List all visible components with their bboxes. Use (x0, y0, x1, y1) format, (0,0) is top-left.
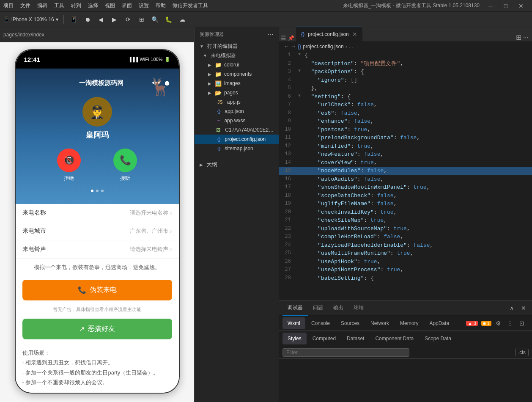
sub-tab-scope-data-label: Scope Data (425, 336, 451, 341)
tab-problems[interactable]: 问题 (308, 301, 328, 316)
menu-item-help[interactable]: 帮助 (156, 2, 166, 9)
menu-item-tools[interactable]: 工具 (54, 2, 64, 9)
sub-tab-dataset[interactable]: Dataset (342, 333, 369, 344)
code-line-15: 15 "nodeModules": false, (279, 167, 532, 175)
code-view[interactable]: 1 ▼ { 2 "description": "项目配置文件", 3 ▼ "pa… (279, 51, 532, 300)
file-app-wxss[interactable]: ~ app.wxss (195, 116, 279, 125)
line-number: 2 (279, 60, 296, 68)
tab-debugger[interactable]: 调试器 (282, 301, 308, 316)
folder-colorui[interactable]: ▶ 📁 colorui (195, 60, 279, 69)
open-editors-section[interactable]: ▼ 打开的编辑器 (195, 41, 279, 51)
folder-images[interactable]: ▶ 🖼️ images (195, 79, 279, 88)
tab-output-label: 输出 (333, 304, 343, 311)
fold-icon[interactable]: ▼ (296, 93, 303, 101)
decline-action[interactable]: 📵 拒绝 (57, 149, 81, 182)
devtools-tab-console[interactable]: Console (306, 317, 335, 329)
prank-label: 恶搞好友 (88, 325, 115, 333)
field-city[interactable]: 来电城市 广东省、广州市 › (16, 222, 179, 240)
devtools-tab-appdata[interactable]: AppData (424, 317, 454, 329)
cloud-icon[interactable]: ☁ (177, 14, 187, 25)
fold-icon (296, 175, 303, 184)
accept-button[interactable]: 📞 (113, 149, 137, 172)
menu-item-settings[interactable]: 设置 (139, 2, 149, 9)
folder-pages[interactable]: ▶ 📂 pages (195, 88, 279, 97)
minimize-button[interactable]: ─ (483, 0, 498, 12)
close-panel-button[interactable]: ✕ (518, 303, 529, 313)
menu-item-interface[interactable]: 界面 (122, 2, 132, 9)
fake-call-button[interactable]: 📞 伪装来电 (22, 280, 172, 300)
tab-terminal[interactable]: 终端 (348, 301, 369, 316)
menu-item-goto[interactable]: 转到 (71, 2, 81, 9)
back-icon[interactable]: ◀ (96, 14, 106, 25)
explorer-more-icon[interactable]: ··· (267, 30, 274, 38)
field-ringtone[interactable]: 来电铃声 请选择来电铃声 › (16, 240, 179, 259)
settings-icon[interactable]: ⚙ (493, 318, 503, 328)
menu-bar: 项目 文件 编辑 工具 转到 选择 视图 界面 设置 帮助 微信开发者工具 来电… (0, 0, 532, 12)
fold-icon[interactable]: ▼ (296, 51, 303, 60)
cls-button[interactable]: .cls (515, 349, 529, 356)
file-c17[interactable]: 🖼 C17AA740AD01E2BFA7... (195, 125, 279, 135)
fold-icon (296, 167, 303, 175)
pin-icon: 📌 (288, 35, 294, 41)
filter-input[interactable] (282, 348, 409, 357)
menu-item-select[interactable]: 选择 (88, 2, 98, 9)
devtools-tab-memory[interactable]: Memory (395, 317, 423, 329)
folder-components[interactable]: ▶ 📁 components (195, 69, 279, 79)
dot-2 (96, 190, 99, 192)
tab-debugger-label: 调试器 (288, 304, 303, 311)
forward-icon[interactable]: ▶ (110, 14, 120, 25)
file-app-json[interactable]: {} app.json (195, 107, 279, 116)
devtools-tab-sources[interactable]: Sources (336, 317, 365, 329)
close-button[interactable]: ✕ (513, 0, 529, 12)
qr-icon[interactable]: ⊞ (137, 14, 147, 25)
sub-tab-component-data[interactable]: Component Data (370, 333, 419, 344)
menu-item-view[interactable]: 视图 (105, 2, 115, 9)
maximize-button[interactable]: □ (498, 0, 513, 12)
phone-icon[interactable]: 📱 (69, 14, 79, 25)
sub-tab-scope-data[interactable]: Scope Data (420, 333, 456, 344)
tab-close-icon[interactable]: ✕ (352, 31, 357, 38)
code-line-17: 17 "showShadowRootInWxmlPanel": true, (279, 183, 532, 192)
file-sitemap-json[interactable]: {} sitemap.json (195, 144, 279, 153)
debug-icon[interactable]: 🐛 (164, 14, 174, 25)
refresh-icon[interactable]: ⟳ (123, 14, 133, 25)
sub-tab-computed[interactable]: Computed (307, 333, 341, 344)
line-number: 27 (279, 266, 296, 274)
split-editor-icon[interactable]: ⊞ (516, 33, 521, 41)
more-devtools-icon[interactable]: ⋮ (505, 318, 515, 328)
tab-project-config[interactable]: {} project.config.json ✕ (296, 27, 362, 41)
field-caller-name[interactable]: 来电名称 请选择来电名称 › (16, 204, 179, 222)
decline-button[interactable]: 📵 (57, 149, 81, 172)
line-content: "preloadBackgroundData": false, (303, 134, 532, 142)
share-icon: ↗ (79, 325, 85, 333)
breadcrumb-forward-icon[interactable]: → (291, 44, 296, 50)
device-selector[interactable]: 📱 iPhone X 100% 16 ▾ (3, 17, 58, 22)
menu-item-edit[interactable]: 编辑 (37, 2, 47, 9)
file-app-js[interactable]: JS app.js (195, 97, 279, 107)
fold-icon (296, 150, 303, 159)
line-content: "setting": { (303, 93, 532, 101)
breadcrumb-back-icon[interactable]: ← (284, 44, 289, 50)
tab-output[interactable]: 输出 (328, 301, 348, 316)
search-icon[interactable]: 🔍 (150, 14, 160, 25)
accept-action[interactable]: 📞 接听 (113, 149, 137, 182)
devtools-tab-wxml[interactable]: Wxml (282, 317, 305, 329)
menu-item-file[interactable]: 文件 (20, 2, 30, 9)
tab-terminal-label: 终端 (354, 304, 364, 311)
menu-item-project[interactable]: 项目 (3, 2, 14, 9)
menu-item-wechat[interactable]: 微信开发者工具 (173, 2, 208, 9)
devtools-tab-network[interactable]: Network (365, 317, 394, 329)
record-icon[interactable]: ⏺ (82, 14, 93, 25)
fold-icon[interactable]: ▼ (296, 68, 303, 76)
file-project-config[interactable]: {} project.config.json (195, 135, 279, 144)
prank-button[interactable]: ↗ 恶搞好友 (22, 319, 172, 339)
chevron-right-icon: ▶ (208, 91, 211, 95)
field-caller-name-value: 请选择来电名称 › (130, 209, 172, 217)
dock-icon[interactable]: ⊡ (517, 318, 527, 328)
more-editor-icon[interactable]: ··· (523, 34, 529, 41)
collapse-panel-button[interactable]: ∧ (507, 303, 517, 313)
outline-section[interactable]: ▶ 大纲 (195, 160, 279, 169)
root-folder[interactable]: ▼ 来电模拟器 (195, 51, 279, 60)
code-line-28: 28 "babelSetting": { (279, 274, 532, 283)
sub-tab-styles[interactable]: Styles (282, 333, 307, 344)
